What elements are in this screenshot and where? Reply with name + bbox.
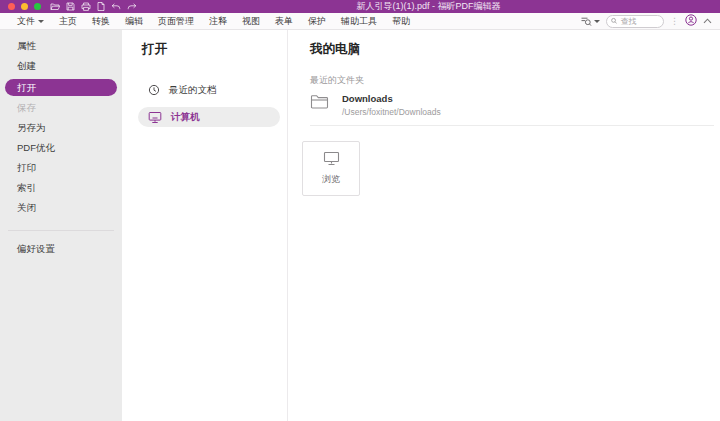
- my-computer-panel: 我的电脑 最近的文件夹 Downloads /Users/foxitnet/Do…: [288, 30, 720, 421]
- save-icon[interactable]: [66, 2, 75, 11]
- menu-home[interactable]: 主页: [59, 15, 77, 28]
- backstage-view: 属性 创建 打开 保存 另存为 PDF优化 打印 索引 关闭 偏好设置 打开 最…: [0, 30, 720, 421]
- account-avatar[interactable]: [685, 14, 697, 28]
- menu-protect[interactable]: 保护: [308, 15, 326, 28]
- open-locations-list: 最近的文档 计算机: [122, 78, 287, 127]
- find-tools-dropdown[interactable]: [580, 15, 600, 27]
- browse-label: 浏览: [322, 173, 340, 186]
- sidebar-item-save-as[interactable]: 另存为: [0, 118, 122, 138]
- new-document-icon[interactable]: [97, 2, 105, 11]
- sidebar-item-create[interactable]: 创建: [0, 56, 122, 76]
- menu-view[interactable]: 视图: [242, 15, 260, 28]
- menu-form[interactable]: 表单: [275, 15, 293, 28]
- recent-folders-label: 最近的文件夹: [310, 74, 720, 87]
- selected-pill: 打开: [5, 79, 117, 96]
- file-menu-sidebar: 属性 创建 打开 保存 另存为 PDF优化 打印 索引 关闭 偏好设置: [0, 30, 122, 421]
- sidebar-item-open[interactable]: 打开: [0, 76, 122, 98]
- open-panel: 打开 最近的文档 计算机: [122, 30, 288, 421]
- window-title: 新人引导(1)(1).pdf - 福昕PDF编辑器: [137, 0, 720, 13]
- quick-access-toolbar: [50, 2, 137, 11]
- more-options-icon[interactable]: ⋮: [670, 17, 679, 26]
- sidebar-item-print[interactable]: 打印: [0, 158, 122, 178]
- chevron-down-icon: [38, 20, 44, 23]
- menu-items: 文件 主页 转换 编辑 页面管理 注释 视图 表单 保护 辅助工具 帮助: [0, 15, 410, 28]
- menu-convert[interactable]: 转换: [92, 15, 110, 28]
- menu-accessibility-tools[interactable]: 辅助工具: [341, 15, 377, 28]
- collapse-ribbon-button[interactable]: [703, 16, 712, 26]
- folder-icon: [310, 94, 329, 110]
- find-in-document-icon: [580, 15, 592, 27]
- redo-icon[interactable]: [127, 2, 137, 11]
- open-location-computer[interactable]: 计算机: [138, 107, 280, 127]
- menu-help[interactable]: 帮助: [392, 15, 410, 28]
- my-computer-title: 我的电脑: [310, 41, 720, 58]
- search-box[interactable]: [606, 15, 664, 28]
- sidebar-item-preferences[interactable]: 偏好设置: [0, 239, 122, 259]
- foxit-pdf-editor-window: 新人引导(1)(1).pdf - 福昕PDF编辑器 文件 主页 转换 编辑 页面…: [0, 0, 720, 421]
- title-bar: 新人引导(1)(1).pdf - 福昕PDF编辑器: [0, 0, 720, 13]
- folder-info: Downloads /Users/foxitnet/Downloads: [342, 93, 441, 117]
- sidebar-item-close[interactable]: 关闭: [0, 198, 122, 218]
- menu-file[interactable]: 文件: [17, 15, 44, 28]
- search-icon: [611, 17, 617, 25]
- close-window-button[interactable]: [8, 3, 15, 10]
- recent-folder-downloads[interactable]: Downloads /Users/foxitnet/Downloads: [310, 93, 714, 126]
- folder-path: /Users/foxitnet/Downloads: [342, 107, 441, 117]
- sidebar-item-pdf-optimize[interactable]: PDF优化: [0, 138, 122, 158]
- open-location-recent-documents[interactable]: 最近的文档: [122, 78, 287, 102]
- sidebar-item-properties[interactable]: 属性: [0, 36, 122, 56]
- sidebar-divider: [8, 230, 114, 231]
- monitor-icon: [323, 151, 340, 166]
- computer-icon: [148, 111, 162, 124]
- search-input[interactable]: [620, 17, 659, 26]
- menu-bar-right-controls: ⋮: [580, 14, 712, 28]
- sidebar-item-index[interactable]: 索引: [0, 178, 122, 198]
- menu-page-organize[interactable]: 页面管理: [158, 15, 194, 28]
- minimize-window-button[interactable]: [21, 3, 28, 10]
- chevron-down-icon: [594, 20, 600, 23]
- print-icon[interactable]: [81, 2, 91, 11]
- open-folder-icon[interactable]: [50, 2, 60, 11]
- open-panel-title: 打开: [142, 41, 287, 58]
- browse-button[interactable]: 浏览: [302, 141, 360, 196]
- traffic-lights: [8, 3, 41, 10]
- clock-icon: [148, 84, 160, 96]
- folder-name: Downloads: [342, 93, 441, 104]
- menu-edit[interactable]: 编辑: [125, 15, 143, 28]
- menu-bar: 文件 主页 转换 编辑 页面管理 注释 视图 表单 保护 辅助工具 帮助 ⋮: [0, 13, 720, 30]
- open-location-label: 最近的文档: [169, 84, 217, 97]
- sidebar-item-save: 保存: [0, 98, 122, 118]
- menu-comment[interactable]: 注释: [209, 15, 227, 28]
- open-location-label: 计算机: [171, 111, 200, 124]
- undo-icon[interactable]: [111, 2, 121, 11]
- zoom-window-button[interactable]: [34, 3, 41, 10]
